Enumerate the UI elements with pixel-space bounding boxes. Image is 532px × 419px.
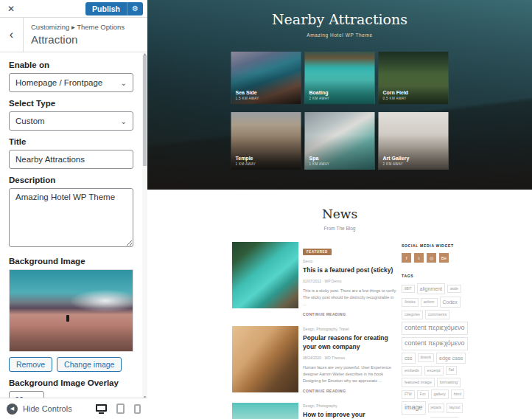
attraction-distance: 1.5 KM AWAY [236, 97, 259, 100]
post-thumbnail[interactable] [232, 242, 298, 308]
post-thumbnail[interactable] [232, 403, 298, 419]
post-body: FEATURED Demo This is a featured post (s… [303, 242, 398, 316]
desktop-preview-icon[interactable] [96, 404, 107, 414]
attraction-name: Sea Side [236, 90, 259, 95]
close-customizer-button[interactable]: ✕ [0, 0, 22, 17]
publish-button[interactable]: Publish [85, 2, 127, 15]
scrollbar-thumb[interactable] [143, 55, 147, 166]
attraction-card-art-gallery[interactable]: Art Gallery 2 KM AWAY [379, 112, 449, 170]
panel-title: Attraction [31, 33, 125, 46]
attraction-distance: 2 KM AWAY [309, 97, 330, 100]
tag-link[interactable]: Fail [446, 366, 457, 375]
close-icon: ✕ [7, 4, 15, 14]
tag-link[interactable]: featured image [402, 378, 435, 387]
tag-link[interactable]: dowork [418, 353, 435, 362]
background-image-label: Background Image [9, 257, 133, 266]
tag-link[interactable]: Fun [417, 390, 429, 399]
post-title-link[interactable]: How to improve your customer's life-time… [303, 411, 398, 419]
card-label: Art Gallery 2 KM AWAY [383, 156, 410, 166]
background-image-actions: Remove Change image [9, 357, 133, 372]
behance-icon[interactable]: Bē [439, 253, 449, 263]
tag-link[interactable]: 8BIT [402, 285, 415, 294]
gear-icon: ⚙ [132, 4, 139, 13]
continue-reading-link[interactable]: CONTINUE READING [303, 389, 398, 393]
tag-link[interactable]: FTW [402, 390, 415, 399]
attraction-card-sea-side[interactable]: Sea Side 1.5 KM AWAY [231, 52, 301, 104]
tag-link[interactable]: image [402, 401, 426, 415]
twitter-icon[interactable]: t [414, 253, 424, 263]
tag-link[interactable]: alignment [417, 283, 445, 294]
facebook-icon[interactable]: f [402, 253, 411, 263]
change-image-button[interactable]: Change image [57, 357, 122, 372]
select-type-select[interactable]: Custom ⌄ [9, 111, 133, 131]
attraction-distance: 2 KM AWAY [383, 162, 410, 166]
tag-link[interactable]: embeds [402, 366, 422, 375]
post-title-link[interactable]: This is a featured post (sticky) [303, 266, 398, 275]
blog-post: Design, Photography, Travel Popular reas… [232, 326, 398, 393]
post-categories[interactable]: Design, Photography [303, 404, 398, 408]
attraction-card-boating[interactable]: Boating 2 KM AWAY [305, 52, 375, 104]
panel-titles: Customizing ▸ Theme Options Attraction [24, 18, 132, 52]
wordpress-customizer: ✕ Publish ⚙ ‹ Customizing ▸ Theme Option… [0, 0, 532, 419]
chevron-left-icon: ‹ [10, 28, 13, 41]
tag-link[interactable]: formatting [437, 378, 461, 387]
background-image-preview[interactable] [9, 269, 133, 352]
publish-settings-button[interactable]: ⚙ [127, 2, 143, 15]
collapse-sidebar-button[interactable]: ◀ [7, 404, 18, 415]
enable-on-label: Enable on [9, 60, 133, 69]
tag-link[interactable]: categories [402, 311, 423, 319]
post-title-link[interactable]: Popular reasons for creating your own co… [303, 334, 398, 352]
back-button[interactable]: ‹ [0, 18, 24, 52]
enable-on-select[interactable]: Homepage / Frontpage ⌄ [9, 73, 133, 92]
news-section-title: News [147, 207, 532, 221]
attraction-card-temple[interactable]: Temple 1 KM AWAY [231, 112, 301, 170]
sidebar-scrollbar[interactable]: ▲ ▼ [142, 53, 147, 398]
description-textarea[interactable]: Amazing Hotel WP Theme [9, 188, 133, 247]
post-categories[interactable]: Design, Photography, Travel [303, 327, 398, 331]
enable-on-value: Homepage / Frontpage [15, 78, 102, 87]
tag-link[interactable]: comments [425, 310, 449, 319]
instagram-icon[interactable]: ◎ [427, 253, 436, 263]
desktop-screen-shape [96, 404, 107, 412]
post-categories[interactable]: Demo [303, 259, 398, 263]
customizer-footer: ◀ Hide Controls [0, 398, 147, 419]
tag-link[interactable]: markup [430, 417, 458, 418]
attraction-name: Boating [309, 90, 330, 95]
tag-link[interactable]: css [402, 353, 416, 364]
tag-link[interactable]: aside [447, 285, 461, 294]
social-widget-title: SOCIAL MEDIA WIDGET [402, 243, 468, 248]
tag-link[interactable]: edge case [436, 353, 466, 364]
attraction-distance: 1 KM AWAY [309, 162, 330, 166]
tag-link[interactable]: excerpt [424, 366, 444, 375]
tag-link[interactable]: Codex [440, 297, 461, 308]
remove-button[interactable]: Remove [9, 357, 52, 372]
attraction-card-spa[interactable]: Spa 1 KM AWAY [305, 112, 375, 170]
post-thumbnail[interactable] [232, 326, 298, 392]
tag-link[interactable]: html [451, 389, 464, 399]
tag-link[interactable]: aciform [421, 298, 438, 307]
title-label: Title [9, 137, 133, 146]
blog-post: Design, Photography How to improve your … [232, 403, 398, 419]
attraction-card-corn-field[interactable]: Corn Field 0.5 KM AWAY [379, 52, 449, 104]
news-widgets-column: SOCIAL MEDIA WIDGET f t ◎ Bē TAGS 8BIT a… [402, 242, 468, 419]
tag-link[interactable]: content περιεχόμενο [402, 337, 468, 350]
continue-reading-link[interactable]: CONTINUE READING [303, 312, 398, 316]
overlay-input[interactable] [9, 391, 44, 398]
news-content: FEATURED Demo This is a featured post (s… [232, 242, 468, 419]
attraction-cards-grid: Sea Side 1.5 KM AWAY Boating 2 KM AWAY C… [231, 52, 449, 170]
overlay-label: Background Image Overlay [9, 378, 133, 387]
customizer-sidebar: ✕ Publish ⚙ ‹ Customizing ▸ Theme Option… [0, 0, 147, 419]
desktop-stand-shape [99, 412, 104, 414]
tag-link[interactable]: layout [447, 403, 463, 412]
tablet-preview-icon[interactable] [116, 404, 125, 414]
tag-cloud: 8BIT alignment aside Articles aciform Co… [402, 283, 468, 418]
chevron-down-icon: ⌄ [121, 79, 127, 87]
tag-link[interactable]: jetpack [428, 404, 444, 412]
tag-link[interactable]: gallery [431, 389, 449, 399]
tag-link[interactable]: content περιεχόμενο [402, 322, 468, 335]
attraction-name: Temple [236, 156, 256, 161]
hide-controls-label[interactable]: Hide Controls [23, 404, 72, 413]
title-input[interactable] [9, 150, 133, 169]
tag-link[interactable]: Articles [402, 298, 419, 307]
mobile-preview-icon[interactable] [134, 404, 141, 414]
